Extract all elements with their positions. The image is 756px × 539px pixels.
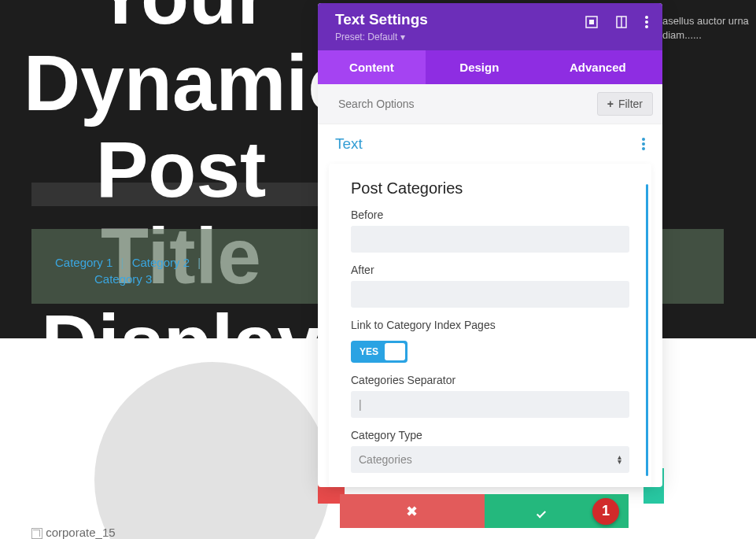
category-link-3[interactable]: Category 3 xyxy=(94,272,152,286)
input-after[interactable] xyxy=(351,281,629,308)
toggle-link-category[interactable]: YES xyxy=(351,341,408,363)
filter-button[interactable]: + Filter xyxy=(597,92,653,116)
label-link-category: Link to Category Index Pages xyxy=(351,319,629,331)
check-icon xyxy=(537,507,551,516)
svg-rect-1 xyxy=(589,20,594,24)
close-icon: ✖ xyxy=(406,503,418,520)
select-category-type[interactable] xyxy=(351,446,629,473)
save-button[interactable]: 1 xyxy=(485,494,629,528)
scrollbar[interactable] xyxy=(646,184,648,476)
dynamic-content-card: Post Categories Before After Link to Cat… xyxy=(329,164,651,487)
category-sep: | xyxy=(193,256,205,269)
input-separator[interactable] xyxy=(351,391,629,418)
modal-title: Text Settings xyxy=(335,11,428,28)
section-menu-icon[interactable] xyxy=(642,138,645,150)
section-header[interactable]: Text xyxy=(318,124,662,161)
background-paragraph: asellus auctor urna diam...... xyxy=(662,14,749,42)
tab-design[interactable]: Design xyxy=(426,50,533,84)
toggle-yes-label: YES xyxy=(353,344,385,360)
category-link-2[interactable]: Category 2 xyxy=(132,256,190,269)
text-settings-modal: Text Settings Preset: Default ▾ Content … xyxy=(318,3,662,487)
plus-icon: + xyxy=(607,98,614,110)
modal-menu-icon[interactable] xyxy=(645,16,648,28)
tab-bar: Content Design Advanced xyxy=(318,50,662,84)
search-input[interactable] xyxy=(327,93,597,115)
modal-header[interactable]: Text Settings Preset: Default ▾ xyxy=(318,3,662,50)
category-link-1[interactable]: Category 1 xyxy=(55,256,112,269)
expand-icon[interactable] xyxy=(585,16,598,28)
hero-shadow-bar xyxy=(31,183,323,206)
label-category-type: Category Type xyxy=(351,429,629,441)
section-title: Text xyxy=(335,135,363,153)
label-before: Before xyxy=(351,209,629,221)
label-separator: Categories Separator xyxy=(351,374,629,386)
notification-badge: 1 xyxy=(592,498,619,525)
image-caption: corporate_15 xyxy=(31,526,116,539)
search-filter-row: + Filter xyxy=(318,84,662,124)
cancel-button[interactable]: ✖ xyxy=(340,494,485,528)
toggle-knob xyxy=(385,343,405,360)
hero-line-1: Your Dynamic xyxy=(24,0,352,127)
preset-dropdown[interactable]: Preset: Default ▾ xyxy=(335,31,428,42)
tab-content[interactable]: Content xyxy=(318,50,426,84)
label-after: After xyxy=(351,264,629,276)
category-sep: | xyxy=(116,256,129,269)
card-title: Post Categories xyxy=(351,179,629,198)
responsive-preview-icon[interactable] xyxy=(615,16,628,28)
modal-action-bar: ✖ 1 xyxy=(340,494,629,528)
input-before[interactable] xyxy=(351,226,629,253)
broken-image-icon xyxy=(31,528,42,539)
tab-advanced[interactable]: Advanced xyxy=(533,50,662,84)
